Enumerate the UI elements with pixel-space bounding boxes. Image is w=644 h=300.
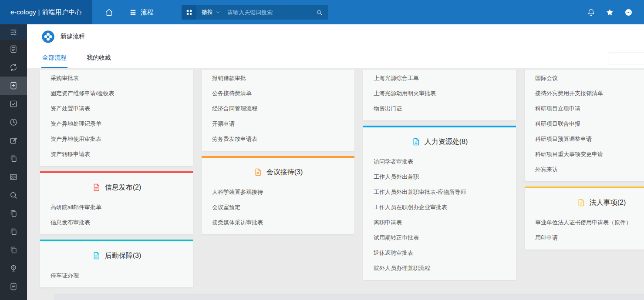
- workflow-list: 国际会议接待外宾费用开支报销清单科研项目立项申请科研项目联合申报科研项目预算调整…: [525, 70, 644, 181]
- workflow-link[interactable]: 上海光源动用明火审批表: [363, 86, 516, 101]
- sidebar-item-1[interactable]: [0, 40, 27, 58]
- nav-process-label: 流程: [141, 8, 154, 17]
- category-title: 法人事项(2): [590, 198, 626, 207]
- contacts-icon: [9, 173, 18, 181]
- workflow-link[interactable]: 资产处置申请表: [40, 101, 193, 116]
- sidebar-item-10[interactable]: [0, 204, 27, 223]
- workflow-link[interactable]: 开票申请: [202, 116, 354, 131]
- sidebar-item-14[interactable]: [0, 277, 27, 296]
- sidebar-item-3[interactable]: [0, 77, 27, 95]
- category-header: 会议接待(3): [202, 158, 354, 183]
- category-title: 信息发布(2): [105, 183, 142, 192]
- workflow-list: 事业单位法人证书使用申请表（原件）用印申请: [525, 214, 644, 250]
- board-column-2: 报销借款审批公务接待费清单经济合同管理流程开票申请劳务费发放申请表会议接待(3)…: [202, 70, 354, 294]
- category-card-partial: 上海光源综合工单上海光源动用明火审批表物资出门证: [363, 70, 516, 120]
- more-icon[interactable]: [624, 8, 633, 17]
- topbar-actions: [587, 8, 633, 17]
- workflow-link[interactable]: 劳务费发放申请表: [202, 131, 354, 147]
- topbar-search-group: 微搜: [182, 5, 328, 20]
- workflow-link[interactable]: 科研项目立项申请: [525, 101, 644, 116]
- workflow-link[interactable]: 接待外宾费用开支报销清单: [525, 86, 644, 101]
- workflow-link[interactable]: 会议室预定: [202, 200, 354, 215]
- workflow-filter-input[interactable]: [608, 53, 644, 64]
- search-icon: [9, 191, 18, 200]
- board: 采购审批表固定资产维修申请/验收表资产处置申请表资产异地处理记录单资产异地使用审…: [27, 68, 644, 294]
- copy-icon: [9, 227, 18, 236]
- document-icon: [253, 167, 263, 177]
- category-card: 会议接待(3)大科学装置参观接待会议室预定接受媒体采访审批表: [202, 156, 354, 234]
- sidebar-item-9[interactable]: [0, 186, 27, 204]
- workflow-logo-icon: [41, 30, 55, 43]
- brand-logo[interactable]: e-cology | 前端用户中心: [0, 0, 92, 24]
- workflow-link[interactable]: 报销借款审批: [202, 70, 354, 86]
- grid-icon: [129, 9, 137, 16]
- workflow-link[interactable]: 外宾来访: [525, 162, 644, 177]
- workflow-link[interactable]: 院外人员办理兼职流程: [363, 260, 516, 276]
- tasks-icon: [9, 100, 18, 108]
- copy-icon: [9, 209, 18, 218]
- search-icon[interactable]: [311, 9, 328, 16]
- workflow-link[interactable]: 科研项目重大事项变更申请: [525, 147, 644, 162]
- sidebar: [0, 24, 27, 300]
- workflow-link[interactable]: 采购审批表: [40, 70, 193, 86]
- workflow-list: 采购审批表固定资产维修申请/验收表资产处置申请表资产异地处理记录单资产异地使用审…: [40, 70, 193, 166]
- sidebar-item-4[interactable]: [0, 95, 27, 113]
- workflow-link[interactable]: 工作人员外出兼职: [363, 169, 516, 184]
- nav-process[interactable]: 流程: [129, 8, 154, 17]
- workflow-link[interactable]: 科研项目联合申报: [525, 116, 644, 131]
- star-icon[interactable]: [606, 8, 614, 17]
- workflow-link[interactable]: 物资出门证: [363, 101, 516, 116]
- topbar: e-cology | 前端用户中心 流程 微搜: [0, 0, 644, 24]
- tab-my-favorites[interactable]: 我的收藏: [86, 49, 112, 68]
- document-icon: [9, 45, 18, 53]
- bell-icon[interactable]: [587, 8, 595, 17]
- workflow-link[interactable]: 退休返聘审批表: [363, 245, 516, 260]
- sync-icon: [9, 63, 18, 72]
- sidebar-item-12[interactable]: [0, 241, 27, 259]
- sidebar-item-5[interactable]: [0, 113, 27, 131]
- workflow-link[interactable]: 科研项目预算调整申请: [525, 131, 644, 147]
- workflow-link[interactable]: 高研院all邮件审批单: [40, 200, 193, 215]
- monitor-icon: [9, 264, 18, 273]
- chevron-down-icon: [216, 10, 220, 15]
- category-card-partial: 报销借款审批公务接待费清单经济合同管理流程开票申请劳务费发放申请表: [202, 70, 354, 151]
- workflow-link[interactable]: 试用期转正审批表: [363, 230, 516, 245]
- tab-all-workflows[interactable]: 全部流程: [41, 49, 67, 68]
- home-icon[interactable]: [105, 8, 114, 17]
- workflow-link[interactable]: 资产异地处理记录单: [40, 116, 193, 131]
- workflow-link[interactable]: 资产转移申请表: [40, 147, 193, 162]
- category-card-partial: 采购审批表固定资产维修申请/验收表资产处置申请表资产异地处理记录单资产异地使用审…: [40, 70, 193, 166]
- workflow-link[interactable]: 信息发布审批表: [40, 215, 193, 230]
- workflow-link[interactable]: 访问学者审批表: [363, 154, 516, 169]
- search-scope-dropdown[interactable]: 微搜: [196, 8, 225, 16]
- workflow-link[interactable]: 工作人员外出兼职审批表-应物所导师: [363, 184, 516, 200]
- workflow-link[interactable]: 用印申请: [525, 230, 644, 245]
- sidebar-item-6[interactable]: [0, 131, 27, 150]
- workflow-link[interactable]: 国际会议: [525, 70, 644, 86]
- workflow-link[interactable]: 公务接待费清单: [202, 86, 354, 101]
- sidebar-item-11[interactable]: [0, 223, 27, 241]
- workflow-link[interactable]: 停车证办理: [40, 268, 193, 283]
- document-icon: [92, 182, 101, 193]
- page-header: 新建流程: [27, 24, 644, 49]
- main-content: 新建流程 全部流程 我的收藏 采购审批表固定资产维修申请/验收表资产处置申请表资…: [27, 24, 644, 300]
- workflow-link[interactable]: 资产异地使用审批表: [40, 131, 193, 147]
- category-card: 人力资源处(8)访问学者审批表工作人员外出兼职工作人员外出兼职审批表-应物所导师…: [363, 126, 516, 280]
- category-header: 信息发布(2): [40, 173, 193, 199]
- sidebar-item-8[interactable]: [0, 168, 27, 186]
- workflow-link[interactable]: 离职申请表: [363, 215, 516, 230]
- workflow-link[interactable]: 上海光源综合工单: [363, 70, 516, 86]
- workflow-link[interactable]: 工作人员在职创办企业审批表: [363, 200, 516, 215]
- workflow-link[interactable]: 大科学装置参观接待: [202, 184, 354, 200]
- workflow-link[interactable]: 接受媒体采访审批表: [202, 215, 354, 230]
- search-input[interactable]: [225, 5, 311, 20]
- workflow-link[interactable]: 固定资产维修申请/验收表: [40, 86, 193, 101]
- sidebar-item-2[interactable]: [0, 58, 27, 77]
- collapse-icon: [10, 28, 17, 36]
- sidebar-collapse-button[interactable]: [0, 24, 27, 40]
- workflow-link[interactable]: 事业单位法人证书使用申请表（原件）: [525, 215, 644, 230]
- sidebar-item-7[interactable]: [0, 150, 27, 168]
- sidebar-item-13[interactable]: [0, 259, 27, 277]
- apps-icon[interactable]: [182, 5, 196, 20]
- workflow-link[interactable]: 经济合同管理流程: [202, 101, 354, 116]
